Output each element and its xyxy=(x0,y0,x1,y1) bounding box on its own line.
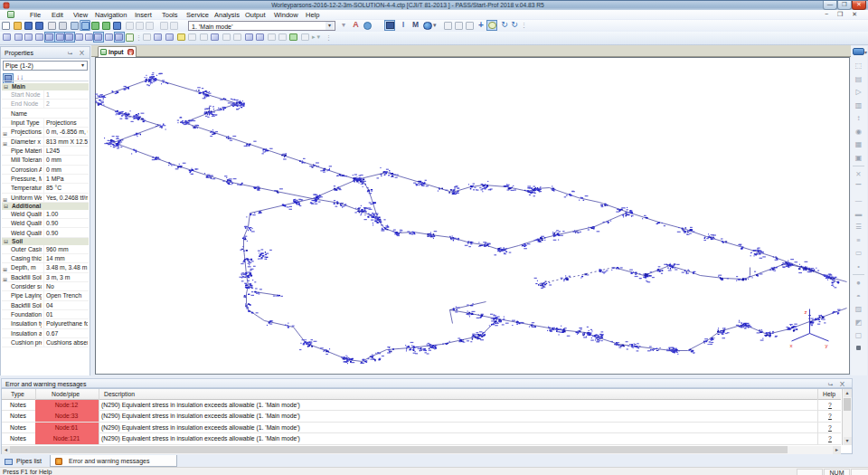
svg-text:z: z xyxy=(804,309,807,314)
svg-text:y: y xyxy=(825,343,827,348)
svg-text:x: x xyxy=(789,343,792,348)
